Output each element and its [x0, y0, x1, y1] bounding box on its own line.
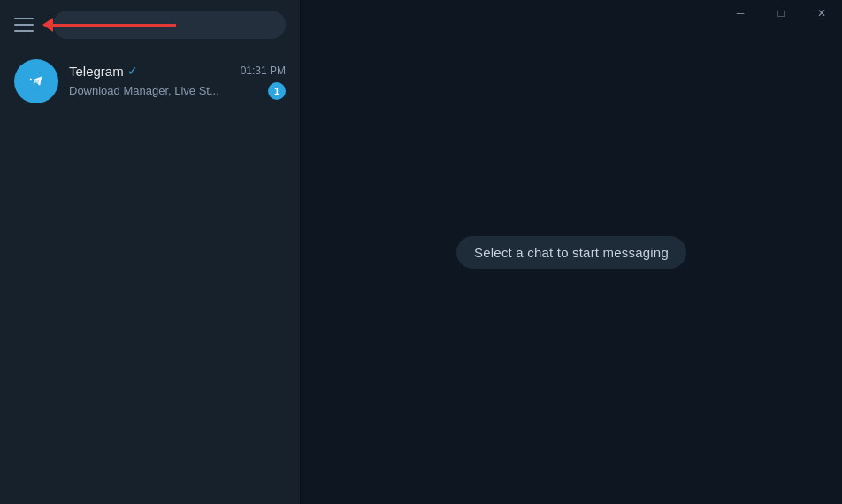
chat-item-telegram[interactable]: Telegram ✓ 01:31 PM Download Manager, Li…	[0, 50, 300, 113]
maximize-button[interactable]: □	[761, 0, 801, 27]
chat-top: Telegram ✓ 01:31 PM	[69, 64, 286, 79]
chat-preview-text: Download Manager, Live St...	[69, 84, 263, 97]
app-container: Telegram ✓ 01:31 PM Download Manager, Li…	[0, 0, 842, 504]
verified-badge: ✓	[127, 64, 138, 78]
unread-badge: 1	[268, 82, 286, 100]
chat-time: 01:31 PM	[241, 65, 286, 77]
avatar-telegram	[14, 59, 58, 103]
hamburger-line-3	[14, 30, 34, 32]
red-arrow-annotation	[42, 18, 176, 32]
sidebar-header	[0, 0, 300, 50]
chat-name: Telegram ✓	[69, 64, 138, 79]
minimize-button[interactable]: ─	[720, 0, 761, 27]
title-bar: ─ □ ✕	[720, 0, 842, 27]
chat-preview: Download Manager, Live St... 1	[69, 82, 286, 100]
chat-list: Telegram ✓ 01:31 PM Download Manager, Li…	[0, 50, 300, 504]
hamburger-menu-button[interactable]	[14, 9, 46, 41]
sidebar: Telegram ✓ 01:31 PM Download Manager, Li…	[0, 0, 301, 504]
select-chat-label: Select a chat to start messaging	[456, 236, 686, 269]
telegram-logo-icon	[25, 70, 48, 93]
close-button[interactable]: ✕	[801, 0, 842, 27]
hamburger-line-2	[14, 24, 34, 26]
chat-name-text: Telegram	[69, 64, 124, 79]
arrow-line	[52, 24, 176, 27]
main-content: Select a chat to start messaging	[301, 0, 842, 504]
hamburger-line-1	[14, 18, 34, 19]
chat-info-telegram: Telegram ✓ 01:31 PM Download Manager, Li…	[69, 64, 286, 100]
